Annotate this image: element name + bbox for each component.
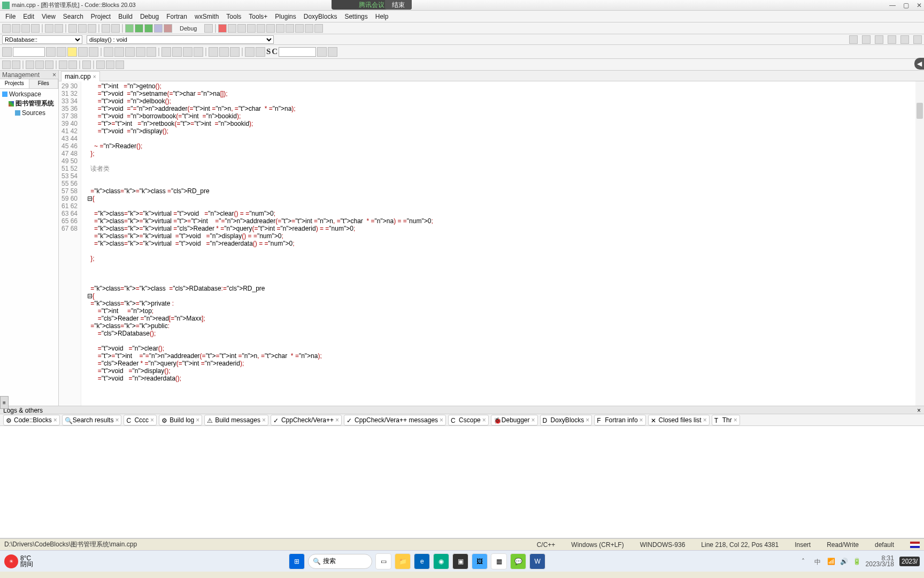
menu-project[interactable]: Project	[88, 12, 114, 21]
log-tab-close-icon[interactable]: ×	[262, 416, 266, 424]
dbg-d[interactable]	[35, 60, 44, 69]
log-tab-debugger[interactable]: 🐞Debugger×	[491, 415, 538, 425]
debug-start-button[interactable]	[218, 24, 227, 33]
log-tab-close-icon[interactable]: ×	[586, 416, 589, 424]
rebuild-button[interactable]	[154, 24, 163, 33]
log-tab-code-blocks[interactable]: ⚙Code::Blocks×	[3, 415, 60, 425]
break-button[interactable]	[286, 24, 294, 33]
next-line-button[interactable]	[237, 24, 246, 33]
year-widget[interactable]: 2023/	[899, 557, 920, 566]
dbg-h[interactable]	[82, 60, 91, 69]
d-button[interactable]	[194, 47, 203, 57]
menu-tools[interactable]: Tools	[223, 12, 244, 21]
menu-debug[interactable]: Debug	[137, 12, 162, 21]
log-tab-close-icon[interactable]: ×	[640, 416, 643, 424]
select-button[interactable]	[2, 47, 12, 57]
block-comment-button[interactable]	[125, 47, 135, 57]
zoom-out-button[interactable]	[256, 47, 265, 57]
menu-help[interactable]: Help	[372, 12, 392, 21]
scope-method-combo[interactable]: display() : void	[87, 35, 274, 44]
start-button[interactable]: ⊞	[289, 553, 305, 569]
wechat-icon[interactable]: 💬	[510, 553, 526, 569]
dbg-a[interactable]	[2, 60, 11, 69]
log-tab-cscope[interactable]: CCscope×	[448, 415, 489, 425]
battery-icon[interactable]: 🔋	[853, 558, 860, 565]
menu-build[interactable]: Build	[115, 12, 136, 21]
nav-fwd-button[interactable]	[862, 35, 871, 44]
log-tab-close-icon[interactable]: ×	[53, 416, 57, 424]
indent-button[interactable]	[136, 47, 145, 57]
volume-icon[interactable]: 🔊	[840, 558, 848, 565]
dbg-e[interactable]	[45, 60, 53, 69]
dbg-k[interactable]	[116, 60, 124, 69]
run-button[interactable]	[135, 24, 143, 33]
dbg-i[interactable]	[96, 60, 105, 69]
log-tab-close-icon[interactable]: ×	[115, 416, 119, 424]
match-case-button[interactable]	[89, 47, 98, 57]
photos-icon[interactable]: 🖼	[472, 553, 488, 569]
log-tab-thr[interactable]: TThr×	[712, 415, 740, 425]
target-dropdown-button[interactable]	[204, 24, 213, 33]
nav-back-button[interactable]	[849, 35, 858, 44]
logs-close-icon[interactable]: ×	[917, 407, 921, 413]
log-tab-close-icon[interactable]: ×	[734, 416, 737, 424]
quick-find-next-button[interactable]	[328, 47, 337, 57]
log-tab-search-results[interactable]: 🔍Search results×	[62, 415, 122, 425]
build-button[interactable]	[125, 24, 134, 33]
taskbar-clock[interactable]: 8:31 2023/3/18	[866, 556, 894, 567]
app-dark-icon[interactable]: ▣	[452, 553, 468, 569]
explorer-icon[interactable]: 📁	[395, 553, 411, 569]
find-button[interactable]	[102, 24, 110, 33]
dbg-j[interactable]	[106, 60, 114, 69]
unindent-button[interactable]	[147, 47, 156, 57]
menu-file[interactable]: File	[2, 12, 19, 21]
wifi-icon[interactable]: 📶	[827, 558, 835, 565]
replace-button[interactable]	[111, 24, 120, 33]
menu-search[interactable]: Search	[60, 12, 87, 21]
e-button[interactable]	[209, 47, 218, 57]
debugging-windows-button[interactable]	[305, 24, 313, 33]
goto-prev-button[interactable]	[46, 47, 56, 57]
new-file-button[interactable]	[2, 24, 11, 33]
bookmark-next-button[interactable]	[888, 35, 896, 44]
sources-node[interactable]: Sources	[22, 109, 45, 117]
menu-tools+[interactable]: Tools+	[245, 12, 271, 21]
redo-button[interactable]	[55, 24, 63, 33]
dbg-f[interactable]	[59, 60, 67, 69]
f-button[interactable]	[219, 47, 229, 57]
chevron-up-icon[interactable]: ˄	[802, 558, 809, 565]
log-tab-close-icon[interactable]: ×	[482, 416, 486, 424]
project-tree[interactable]: Workspace 图书管理系统 Sources	[0, 89, 58, 406]
a-button[interactable]	[161, 47, 171, 57]
maximize-button[interactable]: ▢	[903, 2, 909, 9]
menu-fortran[interactable]: Fortran	[163, 12, 190, 21]
scrollbar-thumb[interactable]	[917, 103, 923, 119]
log-tab-cccc[interactable]: CCccc×	[124, 415, 157, 425]
highlight-button[interactable]	[67, 47, 77, 57]
save-all-button[interactable]	[31, 24, 40, 33]
select-line-button[interactable]	[104, 47, 113, 57]
log-tab-cppcheck-vera-[interactable]: ✓CppCheck/Vera++×	[271, 415, 342, 425]
scope-class-combo[interactable]: RDatabase::	[2, 35, 82, 44]
code-letter[interactable]: C	[272, 47, 278, 56]
workspace-node[interactable]: Workspace	[9, 90, 41, 98]
ime-icon[interactable]: 中	[814, 558, 822, 565]
quick-find-input[interactable]	[279, 47, 316, 57]
tab-projects[interactable]: Projects	[0, 79, 29, 88]
quick-find-prev-button[interactable]	[317, 47, 327, 57]
side-panel-toggle[interactable]: ≡	[0, 396, 9, 409]
log-tab-build-messages[interactable]: ⚠Build messages×	[204, 415, 268, 425]
g-button[interactable]	[230, 47, 240, 57]
log-tab-close-icon[interactable]: ×	[335, 416, 339, 424]
step-into-instr-button[interactable]	[276, 24, 284, 33]
cut-button[interactable]	[68, 24, 77, 33]
log-tab-doxyblocks[interactable]: DDoxyBlocks×	[540, 415, 592, 425]
log-tab-close-icon[interactable]: ×	[440, 416, 443, 424]
editor-tab-close-icon[interactable]: ×	[93, 74, 96, 80]
project-node[interactable]: 图书管理系统	[16, 99, 54, 108]
log-tab-fortran-info[interactable]: FFortran info×	[594, 415, 645, 425]
menu-edit[interactable]: Edit	[20, 12, 37, 21]
editor-scrollbar[interactable]	[915, 81, 924, 406]
edge-icon[interactable]: e	[414, 553, 430, 569]
source-letter[interactable]: S	[266, 47, 271, 56]
